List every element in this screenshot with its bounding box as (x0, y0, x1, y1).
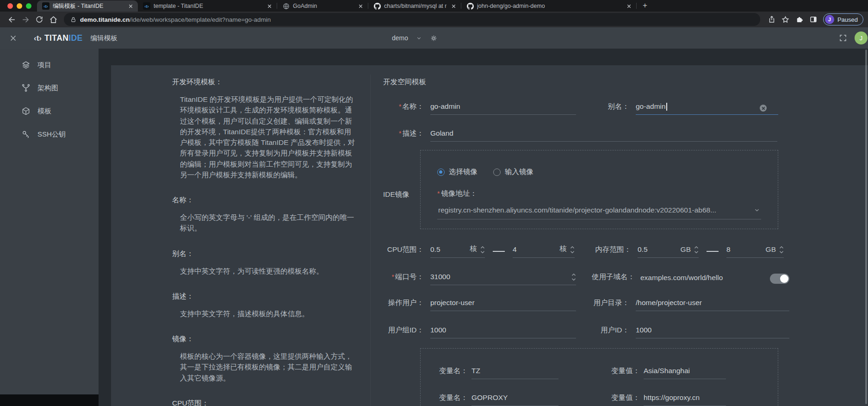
github-icon (373, 2, 381, 10)
tab-close-icon[interactable] (357, 2, 364, 10)
chevron-down-icon[interactable] (416, 35, 422, 41)
port-label: 端口号： (395, 273, 424, 281)
cpu-max-input[interactable]: 4核 (513, 244, 575, 258)
toggle-knob (780, 275, 788, 283)
subdomain-toggle[interactable] (770, 274, 789, 284)
column-divider (370, 75, 371, 406)
stepper-icon[interactable] (694, 246, 699, 254)
range-dash (493, 251, 505, 252)
forward-icon[interactable] (19, 12, 32, 26)
required-asterisk: * (392, 273, 394, 281)
fullscreen-icon[interactable] (839, 34, 847, 42)
browser-profile-chip[interactable]: J Paused (823, 13, 863, 25)
back-icon[interactable] (5, 12, 19, 26)
subdomain-value: examples.com/world/hello (640, 274, 723, 285)
stepper-icon[interactable] (570, 246, 575, 254)
tab-title: charts/bitnami/mysql at master (384, 3, 446, 9)
alias-input[interactable]: go-admin (636, 102, 778, 115)
gear-icon[interactable] (430, 34, 438, 42)
macos-traffic-lights (0, 0, 37, 12)
sidebar-item-projects[interactable]: 项目 (0, 53, 99, 76)
extensions-puzzle-icon[interactable] (793, 12, 806, 26)
radio-select-image[interactable]: 选择镜像 (437, 167, 477, 177)
env-vars-box: 变量名： TZ 变量值： Asia/Shanghai 变量名： GOPROXY … (420, 348, 778, 406)
help-section: CPU范围：限制当前开发环境的 CPU 资源使用范围。 (172, 399, 358, 406)
bookmark-star-icon[interactable] (779, 12, 793, 26)
sidebar-item-templates[interactable]: 模板 (0, 100, 99, 123)
tab-close-icon[interactable] (625, 2, 632, 10)
key-icon (21, 130, 31, 139)
user-avatar[interactable]: J (855, 31, 868, 44)
env-name-input[interactable]: GOPROXY (471, 394, 558, 406)
profile-avatar: J (825, 15, 834, 24)
user-dir-label: 用户目录： (594, 299, 630, 306)
clear-icon[interactable] (760, 105, 767, 112)
home-icon[interactable] (46, 12, 60, 26)
user-id-field: 用户ID： 1000 (589, 325, 789, 338)
text-cursor (666, 103, 667, 111)
op-user-input[interactable]: projector-user (430, 299, 576, 311)
env-value-input[interactable]: Asia/Shanghai (644, 367, 726, 379)
window-minimize-icon[interactable] (17, 3, 22, 9)
titanide-favicon: ‹t› (143, 2, 150, 10)
tab-close-icon[interactable] (266, 2, 273, 10)
radio-input-image[interactable]: 输入镜像 (493, 167, 533, 177)
globe-icon (282, 2, 290, 10)
brand-titan: TITAN (44, 33, 68, 43)
cube-icon (21, 106, 31, 116)
sidebar: 项目 架构图 模板 SSH公钥 (0, 49, 99, 394)
user-id-input[interactable]: 1000 (636, 326, 789, 338)
vertical-scrollbar[interactable] (865, 50, 867, 404)
memory-label: 内存范围： (587, 245, 631, 258)
workspace-selector[interactable]: demo (392, 34, 408, 42)
env-name-input[interactable]: TZ (471, 367, 558, 379)
help-section: 别名：支持中英文字符，为可读性更强的模板名称。 (172, 249, 358, 276)
port-field: *端口号： 31000 (383, 272, 576, 285)
help-body: 支持中英文字符，为可读性更强的模板名称。 (172, 266, 356, 276)
window-zoom-icon[interactable] (26, 3, 31, 9)
url-path: /ide/web/workspace/template/edit?name=go… (130, 16, 271, 23)
memory-min-input[interactable]: 0.5GB (638, 245, 699, 258)
browser-tab[interactable]: ‹t› 编辑模板 - TitanIDE (37, 0, 138, 12)
help-title: 别名： (172, 249, 358, 259)
tab-close-icon[interactable] (450, 2, 457, 10)
share-icon[interactable] (765, 12, 779, 26)
browser-tab[interactable]: charts/bitnami/mysql at master (368, 0, 461, 12)
ide-image-group-label: IDE镜像 (383, 190, 409, 200)
required-asterisk: * (437, 190, 440, 197)
help-body: 模板的核心为一个容器镜像，这里提供两种输入方式，其一是下拉选择已有模板的镜像；其… (172, 351, 356, 383)
help-title: 开发环境模板： (172, 77, 358, 87)
ide-image-group: IDE镜像 选择镜像 输入镜像 *镜像地址： registry.cn-shenz… (383, 150, 789, 229)
env-value-input[interactable]: https://goproxy.cn (644, 394, 726, 406)
stepper-icon[interactable] (571, 273, 576, 281)
help-title: CPU范围： (172, 399, 358, 406)
port-input[interactable]: 31000 (430, 273, 576, 285)
browser-tab[interactable]: GoAdmin (277, 0, 368, 12)
profile-status: Paused (837, 16, 858, 23)
group-id-input[interactable]: 1000 (430, 326, 576, 338)
help-body: TitanIDE 的开发环境模板是为用户提供一个可定制化的环境模板设计工具，生成… (172, 94, 356, 180)
browser-tab[interactable]: john-deng/go-admin-demo (461, 0, 636, 12)
reload-icon[interactable] (32, 12, 46, 26)
op-user-field: 操作用户： projector-user (383, 298, 576, 311)
description-input[interactable]: Goland (430, 129, 777, 142)
memory-max-input[interactable]: 8GB (726, 245, 784, 258)
image-address-select[interactable]: registry.cn-shenzhen.aliyuncs.com/titani… (437, 206, 761, 219)
side-panel-icon[interactable] (806, 12, 820, 26)
address-bar[interactable]: demo.titanide.cn/ide/web/workspace/templ… (64, 13, 760, 26)
browser-tab[interactable]: ‹t› template - TitanIDE (138, 0, 277, 12)
name-input[interactable]: go-admin (430, 102, 576, 115)
window-close-icon[interactable] (7, 3, 13, 9)
cpu-min-input[interactable]: 0.5核 (430, 244, 485, 258)
description-label: 描述： (403, 129, 424, 137)
tab-close-icon[interactable] (127, 2, 134, 10)
stepper-icon[interactable] (779, 246, 784, 254)
user-dir-input[interactable]: /home/projector-user (636, 299, 789, 311)
sidebar-item-ssh-keys[interactable]: SSH公钥 (0, 123, 99, 146)
stepper-icon[interactable] (480, 246, 485, 254)
description-field: *描述： Goland (383, 129, 789, 142)
new-tab-button[interactable]: + (637, 1, 653, 12)
github-icon (466, 2, 474, 10)
close-icon[interactable] (9, 34, 17, 42)
sidebar-item-architecture[interactable]: 架构图 (0, 76, 99, 100)
